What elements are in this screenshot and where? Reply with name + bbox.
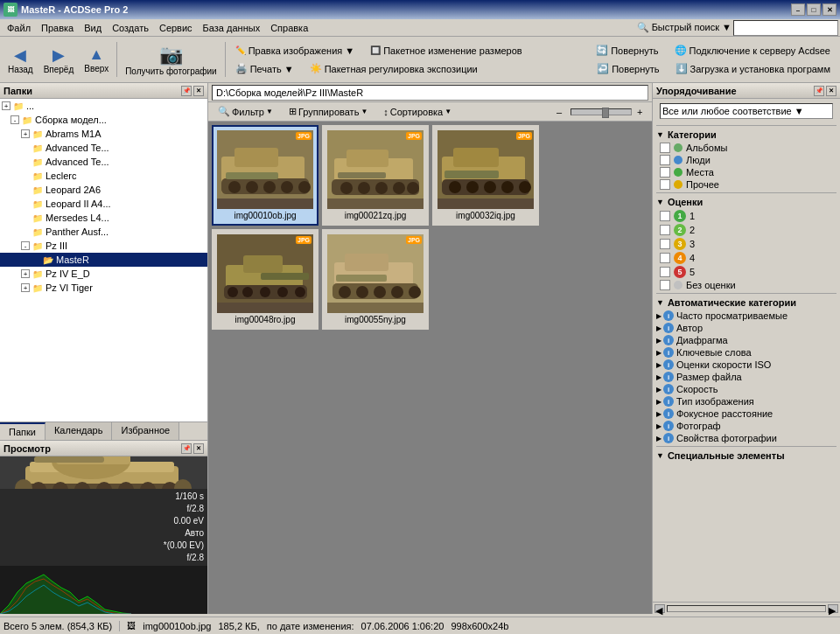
- tree-item-master[interactable]: 📂 MasteR: [0, 253, 207, 267]
- tree-item-leopard2a6[interactable]: 📁 Leopard 2A6: [0, 183, 207, 197]
- rating-4-checkbox[interactable]: [660, 253, 670, 263]
- rating-2[interactable]: 2 2: [653, 223, 840, 237]
- auto-cat-filesize[interactable]: ▶ i Размер файла: [653, 371, 840, 383]
- rating-3-checkbox[interactable]: [660, 239, 670, 249]
- quick-search-input[interactable]: [733, 20, 838, 36]
- path-input[interactable]: [212, 85, 648, 101]
- expand-abrams-icon[interactable]: +: [21, 129, 30, 138]
- edit-image-button[interactable]: ✏️ Правка изображения ▼: [229, 43, 361, 59]
- rating-4[interactable]: 4 4: [653, 251, 840, 265]
- image-thumb-5[interactable]: JPG img00055ny.jpg: [322, 229, 429, 330]
- nav-back-button[interactable]: ◀ Назад: [4, 43, 38, 77]
- arrange-close-button[interactable]: ✕: [826, 86, 836, 96]
- tree-item-pzive[interactable]: + 📁 Pz IV E_D: [0, 267, 207, 281]
- zoom-out-button[interactable]: –: [554, 104, 568, 120]
- expand-pziii-icon[interactable]: -: [21, 241, 30, 250]
- rating-1[interactable]: 1 1: [653, 209, 840, 223]
- auto-cat-photographer[interactable]: ▶ i Фотограф: [653, 420, 840, 432]
- image-thumb-1[interactable]: JPG img00010ob.jpg: [212, 125, 318, 226]
- tab-calendar[interactable]: Календарь: [46, 422, 113, 440]
- rating-3[interactable]: 3 3: [653, 237, 840, 251]
- rating-none-checkbox[interactable]: [660, 280, 670, 290]
- rating-5[interactable]: 5 5: [653, 265, 840, 279]
- menu-view[interactable]: Вид: [79, 21, 107, 35]
- tree-item-leopard2a4[interactable]: 📁 Leopard II A4...: [0, 197, 207, 211]
- category-albums-checkbox[interactable]: [660, 143, 670, 153]
- expand-tiger-icon[interactable]: +: [21, 283, 30, 292]
- sort-dropdown[interactable]: Все или любое соответствие ▼: [660, 103, 833, 119]
- category-places[interactable]: Места: [653, 166, 840, 178]
- tree-item-pzvitiger[interactable]: + 📁 Pz VI Tiger: [0, 281, 207, 295]
- auto-cat-iso[interactable]: ▶ i Оценки скорости ISO: [653, 359, 840, 371]
- category-other[interactable]: Прочее: [653, 178, 840, 191]
- preview-pin-button[interactable]: 📌: [181, 443, 192, 454]
- tree-item-panther[interactable]: 📁 Panther Ausf...: [0, 225, 207, 239]
- folders-pin-button[interactable]: 📌: [181, 86, 192, 96]
- menu-service[interactable]: Сервис: [154, 21, 198, 35]
- auto-categories-header[interactable]: ▼ Автоматические категории: [653, 296, 840, 310]
- group-button[interactable]: ⊞ Группировать ▼: [283, 103, 374, 120]
- auto-cat-author[interactable]: ▶ i Автор: [653, 322, 840, 334]
- image-thumb-3[interactable]: JPG img00032iq.jpg: [432, 125, 539, 226]
- rating-2-checkbox[interactable]: [660, 225, 670, 235]
- filter-button[interactable]: 🔍 Фильтр ▼: [212, 103, 279, 120]
- menu-file[interactable]: Файл: [2, 21, 36, 35]
- preview-close-button[interactable]: ✕: [193, 443, 204, 454]
- close-button[interactable]: ✕: [822, 3, 836, 16]
- upload-programs-button[interactable]: ⬇️ Загрузка и установка программ: [669, 60, 836, 77]
- menu-create[interactable]: Создать: [107, 21, 154, 35]
- tree-item-collection[interactable]: - 📁 Сборка модел...: [0, 113, 207, 127]
- categories-header[interactable]: ▼ Категории: [653, 128, 840, 142]
- category-people[interactable]: Люди: [653, 154, 840, 166]
- batch-resize-button[interactable]: 🔲 Пакетное изменение размеров: [364, 43, 528, 59]
- auto-cat-keywords[interactable]: ▶ i Ключевые слова: [653, 346, 840, 359]
- auto-cat-photo-props[interactable]: ▶ i Свойства фотографии: [653, 432, 840, 444]
- right-panel-hscroll[interactable]: ◀ ▶: [653, 602, 840, 614]
- expand-collection-icon[interactable]: -: [10, 115, 19, 124]
- category-other-checkbox[interactable]: [660, 179, 670, 190]
- rating-1-checkbox[interactable]: [660, 211, 670, 221]
- expand-icon[interactable]: +: [2, 101, 10, 110]
- minimize-button[interactable]: –: [791, 3, 805, 16]
- tree-item-leclerc[interactable]: 📁 Leclerc: [0, 169, 207, 183]
- tree-item-mersedes[interactable]: 📁 Mersedes L4...: [0, 211, 207, 225]
- auto-cat-focal[interactable]: ▶ i Фокусное расстояние: [653, 408, 840, 420]
- image-thumb-2[interactable]: JPG img00021zq.jpg: [322, 125, 429, 226]
- get-photos-button[interactable]: 📷 Получить фотографии: [121, 41, 221, 79]
- menu-help[interactable]: Справка: [265, 21, 313, 35]
- nav-up-button[interactable]: ▲ Вверх: [80, 43, 113, 77]
- image-thumb-4[interactable]: JPG img00048ro.jpg: [212, 229, 318, 330]
- tree-item-advanced1[interactable]: 📁 Advanced Te...: [0, 141, 207, 155]
- ratings-header[interactable]: ▼ Оценки: [653, 195, 840, 209]
- sort-button[interactable]: ↕️ Сортировка ▼: [377, 104, 458, 120]
- maximize-button[interactable]: □: [807, 3, 821, 16]
- tree-item-abrams[interactable]: + 📁 Abrams M1A: [0, 127, 207, 141]
- zoom-slider[interactable]: [570, 108, 632, 115]
- tree-item-advanced2[interactable]: 📁 Advanced Te...: [0, 155, 207, 169]
- expand-pzive-icon[interactable]: +: [21, 269, 30, 278]
- category-places-checkbox[interactable]: [660, 167, 670, 178]
- tab-favorites[interactable]: Избранное: [112, 422, 179, 440]
- category-albums[interactable]: Альбомы: [653, 142, 840, 154]
- zoom-in-button[interactable]: +: [634, 104, 648, 120]
- category-people-checkbox[interactable]: [660, 155, 670, 165]
- auto-cat-speed[interactable]: ▶ i Скорость: [653, 383, 840, 395]
- special-header[interactable]: ▼ Специальные элементы: [653, 449, 840, 463]
- auto-cat-frequent[interactable]: ▶ i Часто просматриваемые: [653, 310, 840, 322]
- arrange-pin-button[interactable]: 📌: [814, 86, 824, 96]
- folders-close-button[interactable]: ✕: [193, 86, 204, 96]
- tree-item-pziii[interactable]: - 📁 Pz III: [0, 239, 207, 253]
- tab-folders[interactable]: Папки: [0, 422, 46, 440]
- rotate-cw-button[interactable]: 🔄 Повернуть: [590, 42, 664, 59]
- auto-cat-aperture[interactable]: ▶ i Диафрагма: [653, 334, 840, 346]
- menu-database[interactable]: База данных: [198, 21, 266, 35]
- menu-edit[interactable]: Правка: [36, 21, 79, 35]
- nav-forward-button[interactable]: ▶ Вперёд: [39, 43, 79, 77]
- auto-cat-imagetype[interactable]: ▶ i Тип изображения: [653, 395, 840, 408]
- tree-item-root[interactable]: + 📁 ...: [0, 99, 207, 113]
- rating-5-checkbox[interactable]: [660, 267, 670, 277]
- connect-acdsee-button[interactable]: 🌐 Подключение к серверу Acdsee: [668, 42, 837, 59]
- rating-none[interactable]: Без оценки: [653, 279, 840, 291]
- print-button[interactable]: 🖨️ Печать ▼: [229, 60, 300, 77]
- batch-exposure-button[interactable]: ☀️ Пакетная регулировка экспозиции: [304, 60, 484, 77]
